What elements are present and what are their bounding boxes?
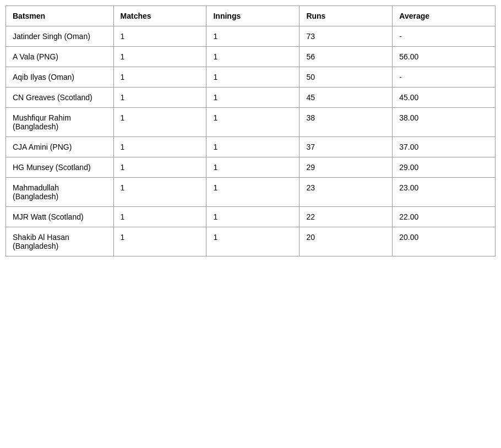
table-row: Mahmadullah (Bangladesh)112323.00 [6,178,495,207]
cell-average: 22.00 [393,207,495,227]
cell-matches: 1 [113,227,206,256]
header-average: Average [393,6,495,26]
cell-runs: 23 [299,178,393,207]
table-row: A Vala (PNG)115656.00 [6,47,495,67]
cell-innings: 1 [206,178,299,207]
cell-matches: 1 [113,67,206,88]
table-header-row: Batsmen Matches Innings Runs Average [6,6,495,26]
cell-runs: 22 [299,207,393,227]
cell-runs: 37 [299,137,393,157]
cell-average: 37.00 [393,137,495,157]
cell-batsmen: Jatinder Singh (Oman) [6,26,114,47]
cell-average: 29.00 [393,157,495,178]
cell-batsmen: Shakib Al Hasan (Bangladesh) [6,227,114,256]
cell-matches: 1 [113,137,206,157]
cell-matches: 1 [113,207,206,227]
cell-matches: 1 [113,157,206,178]
cell-matches: 1 [113,178,206,207]
table-row: CJA Amini (PNG)113737.00 [6,137,495,157]
cell-innings: 1 [206,207,299,227]
cell-innings: 1 [206,227,299,256]
cell-matches: 1 [113,108,206,137]
cell-runs: 29 [299,157,393,178]
cell-average: 23.00 [393,178,495,207]
table-row: Aqib Ilyas (Oman)1150- [6,67,495,88]
cell-innings: 1 [206,157,299,178]
cell-runs: 20 [299,227,393,256]
cell-batsmen: A Vala (PNG) [6,47,114,67]
cell-batsmen: MJR Watt (Scotland) [6,207,114,227]
cell-innings: 1 [206,108,299,137]
table-row: MJR Watt (Scotland)112222.00 [6,207,495,227]
cell-runs: 56 [299,47,393,67]
cell-runs: 38 [299,108,393,137]
cell-batsmen: CJA Amini (PNG) [6,137,114,157]
cell-innings: 1 [206,26,299,47]
header-matches: Matches [113,6,206,26]
header-batsmen: Batsmen [6,6,114,26]
cell-matches: 1 [113,88,206,108]
cell-innings: 1 [206,67,299,88]
header-runs: Runs [299,6,393,26]
cell-batsmen: Mahmadullah (Bangladesh) [6,178,114,207]
cell-batsmen: HG Munsey (Scotland) [6,157,114,178]
cell-runs: 45 [299,88,393,108]
table-row: Jatinder Singh (Oman)1173- [6,26,495,47]
cell-batsmen: Mushfiqur Rahim (Bangladesh) [6,108,114,137]
cell-runs: 73 [299,26,393,47]
table-row: Shakib Al Hasan (Bangladesh)112020.00 [6,227,495,256]
cell-runs: 50 [299,67,393,88]
cell-average: 20.00 [393,227,495,256]
cell-average: - [393,26,495,47]
cell-matches: 1 [113,47,206,67]
cell-batsmen: Aqib Ilyas (Oman) [6,67,114,88]
batsmen-stats-table: Batsmen Matches Innings Runs Average Jat… [6,6,495,256]
cell-average: 38.00 [393,108,495,137]
cell-innings: 1 [206,47,299,67]
table-row: Mushfiqur Rahim (Bangladesh)113838.00 [6,108,495,137]
cell-innings: 1 [206,88,299,108]
table-row: HG Munsey (Scotland)112929.00 [6,157,495,178]
cell-average: - [393,67,495,88]
cell-innings: 1 [206,137,299,157]
cell-batsmen: CN Greaves (Scotland) [6,88,114,108]
table-row: CN Greaves (Scotland)114545.00 [6,88,495,108]
cell-matches: 1 [113,26,206,47]
header-innings: Innings [206,6,299,26]
cell-average: 45.00 [393,88,495,108]
cell-average: 56.00 [393,47,495,67]
